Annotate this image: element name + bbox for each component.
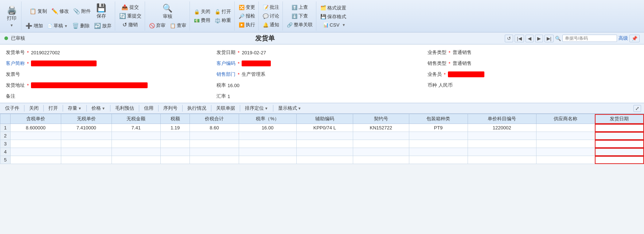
cell-2-3[interactable] bbox=[112, 132, 160, 140]
cell-3-5[interactable] bbox=[190, 140, 239, 148]
close-op-button[interactable]: 🔒 关闭 bbox=[192, 8, 212, 16]
sales-dept-label[interactable]: 销售部门 bbox=[216, 71, 235, 78]
delete-button[interactable]: 🗑️ 删除 bbox=[70, 22, 91, 30]
stock-dropdown[interactable]: ▼ bbox=[78, 106, 82, 110]
th-tax-price[interactable]: 含税单价 bbox=[11, 114, 61, 124]
th-notax-price[interactable]: 无税单价 bbox=[61, 114, 112, 124]
cell-5-10[interactable] bbox=[468, 156, 536, 164]
cell-4-8[interactable] bbox=[353, 148, 409, 156]
table-close-button[interactable]: 关闭 bbox=[27, 104, 41, 112]
expand-button[interactable]: ⤢ bbox=[633, 105, 641, 112]
cell-1-1[interactable]: 8.600000 bbox=[11, 124, 61, 132]
first-button[interactable]: |◀ bbox=[515, 35, 524, 42]
cell-2-9[interactable] bbox=[409, 132, 468, 140]
abandon-button[interactable]: 🚫 弃审 bbox=[147, 22, 167, 30]
cell-2-10[interactable] bbox=[468, 132, 536, 140]
cell-1-6[interactable]: 16.00 bbox=[239, 124, 296, 132]
cell-4-3[interactable] bbox=[112, 148, 160, 156]
gross-est-button[interactable]: 毛利预估 bbox=[113, 104, 136, 112]
discuss-button[interactable]: 💬 讨论 bbox=[261, 12, 281, 20]
cell-3-8[interactable] bbox=[353, 140, 409, 148]
related-order-button[interactable]: 关联单据 bbox=[214, 104, 237, 112]
cell-1-5[interactable]: 8.60 bbox=[190, 124, 239, 132]
cell-2-11[interactable] bbox=[536, 132, 595, 140]
sort-dropdown[interactable]: ▼ bbox=[265, 106, 268, 110]
cell-3-7[interactable] bbox=[296, 140, 353, 148]
print-dropdown-arrow[interactable]: ▼ bbox=[10, 23, 13, 27]
th-ship-date[interactable]: 发货日期 bbox=[595, 114, 644, 124]
save-format-button[interactable]: 💾 保存格式 bbox=[319, 13, 348, 21]
cell-5-4[interactable] bbox=[160, 156, 190, 164]
cell-5-9[interactable] bbox=[409, 156, 468, 164]
save-button[interactable]: 💾 保存 bbox=[93, 2, 109, 20]
cell-3-4[interactable] bbox=[160, 140, 190, 148]
copy-button[interactable]: 📋 复制 bbox=[28, 7, 49, 15]
submit-button[interactable]: 📤 提交 bbox=[120, 3, 141, 11]
only-child-button[interactable]: 仅子件 bbox=[3, 104, 22, 112]
advanced-button[interactable]: 高级 bbox=[618, 35, 628, 42]
notify-button[interactable]: 🔔 通知 bbox=[261, 21, 281, 29]
discard-button[interactable]: ↩️ 放弃 bbox=[92, 22, 113, 30]
cell-3-10[interactable] bbox=[468, 140, 536, 148]
cell-5-8[interactable] bbox=[353, 156, 409, 164]
cell-1-4[interactable]: 1.19 bbox=[160, 124, 190, 132]
cell-4-5[interactable] bbox=[190, 148, 239, 156]
cell-5-1[interactable] bbox=[11, 156, 61, 164]
display-format-button[interactable]: 显示格式 ▼ bbox=[276, 104, 304, 112]
revoke-button[interactable]: ↺ 撤销 bbox=[121, 21, 140, 29]
credit-button[interactable]: 信用 bbox=[142, 104, 156, 112]
cell-3-12[interactable] bbox=[595, 140, 644, 148]
print-button[interactable]: 🖨️ 打印 bbox=[4, 5, 20, 23]
th-contract-no[interactable]: 契约号 bbox=[353, 114, 409, 124]
refresh-button[interactable]: ↺ bbox=[505, 35, 513, 42]
cell-2-7[interactable] bbox=[296, 132, 353, 140]
inspect-button[interactable]: 🔎 报检 bbox=[237, 12, 257, 20]
seq-button[interactable]: 序列号 bbox=[161, 104, 180, 112]
display-dropdown[interactable]: ▼ bbox=[298, 106, 301, 110]
prev-button[interactable]: ◀ bbox=[526, 35, 534, 42]
open-op-button[interactable]: 🔓 打开 bbox=[213, 8, 233, 16]
cell-1-2[interactable]: 7.410000 bbox=[61, 124, 112, 132]
cell-4-2[interactable] bbox=[61, 148, 112, 156]
exec-status-button[interactable]: 执行情况 bbox=[185, 104, 208, 112]
th-unit-code[interactable]: 单价科目编号 bbox=[468, 114, 536, 124]
th-taxrate[interactable]: 税率（%） bbox=[239, 114, 296, 124]
th-aux-code[interactable]: 辅助编码 bbox=[296, 114, 353, 124]
cell-3-1[interactable] bbox=[11, 140, 61, 148]
cell-2-5[interactable] bbox=[190, 132, 239, 140]
cell-3-11[interactable] bbox=[536, 140, 595, 148]
pin-button[interactable]: 📌 bbox=[629, 35, 640, 42]
cell-5-5[interactable] bbox=[190, 156, 239, 164]
th-pkg-type[interactable]: 包装箱种类 bbox=[409, 114, 468, 124]
sort-button[interactable]: 排序定位 ▼ bbox=[243, 104, 270, 112]
cell-3-2[interactable] bbox=[61, 140, 112, 148]
price-dropdown[interactable]: ▼ bbox=[102, 106, 105, 110]
csv-dropdown[interactable]: ▼ bbox=[342, 23, 346, 27]
cell-4-6[interactable] bbox=[239, 148, 296, 156]
cell-1-11[interactable] bbox=[536, 124, 595, 132]
cell-3-3[interactable] bbox=[112, 140, 160, 148]
cell-1-7[interactable]: KPP0/74 L bbox=[296, 124, 353, 132]
cell-3-6[interactable] bbox=[239, 140, 296, 148]
cell-4-10[interactable] bbox=[468, 148, 536, 156]
cell-5-7[interactable] bbox=[296, 156, 353, 164]
cell-4-7[interactable] bbox=[296, 148, 353, 156]
cell-2-2[interactable] bbox=[61, 132, 112, 140]
draft-dropdown[interactable]: ▼ bbox=[64, 24, 68, 28]
down-query-button[interactable]: ⬇️ 下查 bbox=[290, 12, 310, 20]
execute-button[interactable]: ▶️ 执行 bbox=[237, 21, 257, 29]
draft-button[interactable]: 📄 草稿 ▼ bbox=[46, 22, 70, 30]
cell-1-8[interactable]: KN152722 bbox=[353, 124, 409, 132]
cell-1-10[interactable]: 1220002 bbox=[468, 124, 536, 132]
cell-1-12[interactable] bbox=[595, 124, 644, 132]
th-supplier[interactable]: 供应商名称 bbox=[536, 114, 595, 124]
link-all-button[interactable]: 🔗 整单关联 bbox=[285, 21, 315, 29]
cell-4-9[interactable] bbox=[409, 148, 468, 156]
cell-1-9[interactable]: PT9 bbox=[409, 124, 468, 132]
attach-button[interactable]: 📎 附件 bbox=[71, 7, 93, 15]
increase-button[interactable]: ➕ 增加 bbox=[24, 22, 45, 30]
weigh-button[interactable]: ⚖️ 称重 bbox=[213, 16, 233, 24]
cell-2-8[interactable] bbox=[353, 132, 409, 140]
cell-5-12[interactable] bbox=[595, 156, 644, 164]
cell-1-3[interactable]: 7.41 bbox=[112, 124, 160, 132]
